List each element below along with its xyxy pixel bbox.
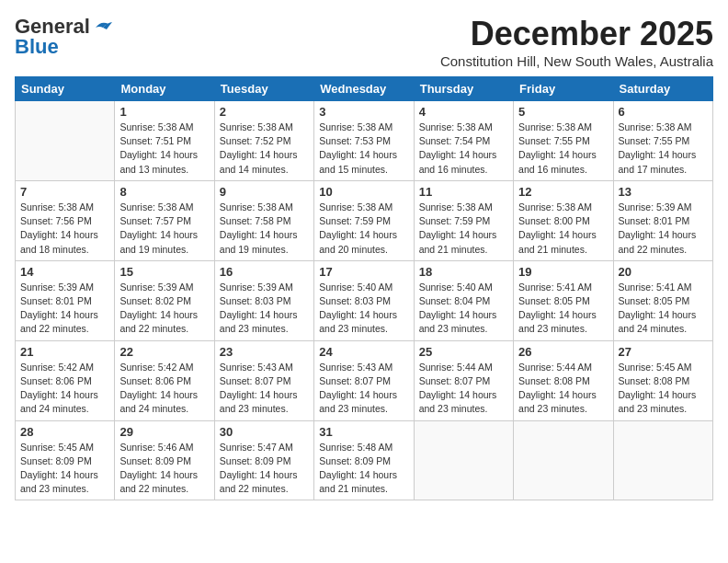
calendar-cell: 31Sunrise: 5:48 AMSunset: 8:09 PMDayligh…: [314, 420, 414, 500]
day-number: 17: [319, 265, 408, 279]
calendar-cell: 19Sunrise: 5:41 AMSunset: 8:05 PMDayligh…: [514, 260, 613, 340]
day-number: 7: [20, 185, 109, 199]
calendar-week-row: 21Sunrise: 5:42 AMSunset: 8:06 PMDayligh…: [16, 340, 713, 420]
calendar-cell: 28Sunrise: 5:45 AMSunset: 8:09 PMDayligh…: [16, 420, 115, 500]
cell-info: Sunrise: 5:39 AMSunset: 8:01 PMDaylight:…: [20, 281, 109, 337]
cell-info: Sunrise: 5:44 AMSunset: 8:08 PMDaylight:…: [518, 361, 608, 417]
calendar-cell: 23Sunrise: 5:43 AMSunset: 8:07 PMDayligh…: [214, 340, 313, 420]
header-day-tuesday: Tuesday: [214, 77, 313, 101]
logo-blue-text: Blue: [15, 35, 59, 59]
day-number: 12: [518, 185, 608, 199]
cell-info: Sunrise: 5:38 AMSunset: 7:59 PMDaylight:…: [319, 201, 408, 257]
cell-info: Sunrise: 5:38 AMSunset: 7:53 PMDaylight:…: [319, 121, 408, 177]
location-text: Constitution Hill, New South Wales, Aust…: [440, 53, 713, 69]
calendar-cell: 16Sunrise: 5:39 AMSunset: 8:03 PMDayligh…: [214, 260, 313, 340]
calendar-cell: 29Sunrise: 5:46 AMSunset: 8:09 PMDayligh…: [115, 420, 214, 500]
calendar-cell: 5Sunrise: 5:38 AMSunset: 7:55 PMDaylight…: [514, 101, 613, 181]
cell-info: Sunrise: 5:38 AMSunset: 7:55 PMDaylight:…: [619, 121, 708, 177]
cell-info: Sunrise: 5:39 AMSunset: 8:02 PMDaylight:…: [119, 281, 209, 337]
day-number: 24: [319, 345, 408, 359]
day-number: 11: [419, 185, 508, 199]
calendar-cell: 11Sunrise: 5:38 AMSunset: 7:59 PMDayligh…: [414, 180, 513, 260]
cell-info: Sunrise: 5:39 AMSunset: 8:01 PMDaylight:…: [619, 201, 708, 257]
title-block: December 2025 Constitution Hill, New Sou…: [440, 15, 713, 69]
calendar-cell: 7Sunrise: 5:38 AMSunset: 7:56 PMDaylight…: [16, 180, 115, 260]
day-number: 28: [20, 425, 109, 439]
header-day-saturday: Saturday: [613, 77, 712, 101]
cell-info: Sunrise: 5:44 AMSunset: 8:07 PMDaylight:…: [419, 361, 508, 417]
calendar-cell: 30Sunrise: 5:47 AMSunset: 8:09 PMDayligh…: [214, 420, 313, 500]
day-number: 27: [619, 345, 708, 359]
day-number: 4: [419, 105, 508, 119]
day-number: 18: [419, 265, 508, 279]
cell-info: Sunrise: 5:42 AMSunset: 8:06 PMDaylight:…: [119, 361, 209, 417]
calendar-cell: 2Sunrise: 5:38 AMSunset: 7:52 PMDaylight…: [214, 101, 313, 181]
header-day-wednesday: Wednesday: [314, 77, 414, 101]
cell-info: Sunrise: 5:38 AMSunset: 7:56 PMDaylight:…: [20, 201, 109, 257]
day-number: 23: [220, 345, 309, 359]
calendar-week-row: 1Sunrise: 5:38 AMSunset: 7:51 PMDaylight…: [16, 101, 713, 181]
cell-info: Sunrise: 5:38 AMSunset: 7:55 PMDaylight:…: [518, 121, 608, 177]
day-number: 13: [619, 185, 708, 199]
cell-info: Sunrise: 5:40 AMSunset: 8:04 PMDaylight:…: [419, 281, 508, 337]
calendar-cell: 26Sunrise: 5:44 AMSunset: 8:08 PMDayligh…: [514, 340, 613, 420]
calendar-cell: 25Sunrise: 5:44 AMSunset: 8:07 PMDayligh…: [414, 340, 513, 420]
cell-info: Sunrise: 5:42 AMSunset: 8:06 PMDaylight:…: [20, 361, 109, 417]
header-day-monday: Monday: [115, 77, 214, 101]
calendar-cell: 21Sunrise: 5:42 AMSunset: 8:06 PMDayligh…: [16, 340, 115, 420]
cell-info: Sunrise: 5:41 AMSunset: 8:05 PMDaylight:…: [619, 281, 708, 337]
day-number: 30: [220, 425, 309, 439]
day-number: 3: [319, 105, 408, 119]
calendar-week-row: 7Sunrise: 5:38 AMSunset: 7:56 PMDaylight…: [16, 180, 713, 260]
header-day-sunday: Sunday: [16, 77, 115, 101]
day-number: 29: [119, 425, 209, 439]
day-number: 14: [20, 265, 109, 279]
calendar-cell: 18Sunrise: 5:40 AMSunset: 8:04 PMDayligh…: [414, 260, 513, 340]
cell-info: Sunrise: 5:38 AMSunset: 8:00 PMDaylight:…: [518, 201, 608, 257]
cell-info: Sunrise: 5:38 AMSunset: 7:51 PMDaylight:…: [119, 121, 209, 177]
logo-bird-icon: [92, 20, 112, 35]
calendar-cell: 13Sunrise: 5:39 AMSunset: 8:01 PMDayligh…: [613, 180, 712, 260]
day-number: 1: [119, 105, 209, 119]
calendar-week-row: 14Sunrise: 5:39 AMSunset: 8:01 PMDayligh…: [16, 260, 713, 340]
cell-info: Sunrise: 5:38 AMSunset: 7:54 PMDaylight:…: [419, 121, 508, 177]
day-number: 9: [220, 185, 309, 199]
day-number: 22: [119, 345, 209, 359]
cell-info: Sunrise: 5:46 AMSunset: 8:09 PMDaylight:…: [119, 441, 209, 497]
cell-info: Sunrise: 5:45 AMSunset: 8:08 PMDaylight:…: [619, 361, 708, 417]
day-number: 5: [518, 105, 608, 119]
cell-info: Sunrise: 5:45 AMSunset: 8:09 PMDaylight:…: [20, 441, 109, 497]
calendar-table: SundayMondayTuesdayWednesdayThursdayFrid…: [15, 76, 713, 500]
cell-info: Sunrise: 5:41 AMSunset: 8:05 PMDaylight:…: [518, 281, 608, 337]
day-number: 19: [518, 265, 608, 279]
calendar-cell: 4Sunrise: 5:38 AMSunset: 7:54 PMDaylight…: [414, 101, 513, 181]
cell-info: Sunrise: 5:40 AMSunset: 8:03 PMDaylight:…: [319, 281, 408, 337]
calendar-cell: 3Sunrise: 5:38 AMSunset: 7:53 PMDaylight…: [314, 101, 414, 181]
cell-info: Sunrise: 5:43 AMSunset: 8:07 PMDaylight:…: [220, 361, 309, 417]
cell-info: Sunrise: 5:43 AMSunset: 8:07 PMDaylight:…: [319, 361, 408, 417]
day-number: 26: [518, 345, 608, 359]
header-day-friday: Friday: [514, 77, 613, 101]
day-number: 31: [319, 425, 408, 439]
calendar-cell: 8Sunrise: 5:38 AMSunset: 7:57 PMDaylight…: [115, 180, 214, 260]
calendar-cell: 17Sunrise: 5:40 AMSunset: 8:03 PMDayligh…: [314, 260, 414, 340]
calendar-cell: [414, 420, 513, 500]
calendar-week-row: 28Sunrise: 5:45 AMSunset: 8:09 PMDayligh…: [16, 420, 713, 500]
cell-info: Sunrise: 5:39 AMSunset: 8:03 PMDaylight:…: [220, 281, 309, 337]
day-number: 2: [220, 105, 309, 119]
calendar-cell: 15Sunrise: 5:39 AMSunset: 8:02 PMDayligh…: [115, 260, 214, 340]
calendar-cell: 10Sunrise: 5:38 AMSunset: 7:59 PMDayligh…: [314, 180, 414, 260]
day-number: 8: [119, 185, 209, 199]
cell-info: Sunrise: 5:47 AMSunset: 8:09 PMDaylight:…: [220, 441, 309, 497]
day-number: 25: [419, 345, 508, 359]
cell-info: Sunrise: 5:38 AMSunset: 7:58 PMDaylight:…: [220, 201, 309, 257]
day-number: 10: [319, 185, 408, 199]
page-header: General Blue December 2025 Constitution …: [15, 15, 713, 69]
calendar-cell: 6Sunrise: 5:38 AMSunset: 7:55 PMDaylight…: [613, 101, 712, 181]
day-number: 20: [619, 265, 708, 279]
calendar-cell: 12Sunrise: 5:38 AMSunset: 8:00 PMDayligh…: [514, 180, 613, 260]
day-number: 15: [119, 265, 209, 279]
calendar-cell: 22Sunrise: 5:42 AMSunset: 8:06 PMDayligh…: [115, 340, 214, 420]
day-number: 16: [220, 265, 309, 279]
calendar-cell: 20Sunrise: 5:41 AMSunset: 8:05 PMDayligh…: [613, 260, 712, 340]
